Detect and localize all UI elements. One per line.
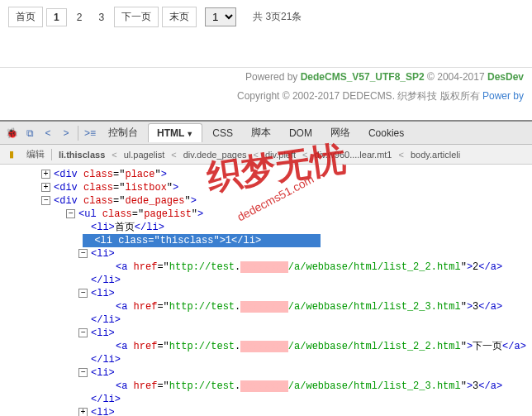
dom-node[interactable]: </li> [0, 353, 532, 366]
collapse-icon[interactable]: − [78, 289, 88, 298]
crumb-1[interactable]: ul.pagelist [121, 148, 169, 161]
dom-node-selected[interactable]: <li class="thisclass">1</li> [0, 234, 532, 247]
dom-node[interactable]: <a href="http://test.xxxxxxxx/a/webbase/… [0, 300, 532, 313]
dom-node[interactable]: −<li> [0, 366, 532, 380]
tab-css[interactable]: CSS [204, 124, 241, 142]
page-1[interactable]: 1 [46, 8, 67, 26]
dom-node[interactable]: −<li> [0, 247, 532, 261]
dom-node[interactable]: −<li> [0, 327, 532, 340]
expand-icon[interactable]: + [41, 183, 50, 192]
collapse-icon[interactable]: − [41, 196, 50, 205]
dom-node[interactable]: </li> [0, 274, 532, 287]
dedecms-link[interactable]: DedeCMS_V57_UTF8_SP2 [301, 71, 425, 83]
tab-console[interactable]: 控制台 [100, 122, 146, 143]
tab-script[interactable]: 脚本 [243, 122, 279, 143]
page-3[interactable]: 3 [92, 9, 111, 26]
dom-node[interactable]: </li> [0, 393, 532, 406]
last-page-button[interactable]: 末页 [162, 7, 197, 27]
tab-html[interactable]: HTML▼ [148, 123, 202, 142]
crumb-4[interactable]: div.w960....lear.mt1 [311, 148, 396, 161]
devtools-toolbar: ▮ 编辑 li.thisclass< ul.pagelist< div.dede… [0, 145, 532, 165]
dom-node[interactable]: −<ul class="pagelist"> [0, 208, 532, 221]
inspect-icon[interactable]: ⧉ [21, 125, 38, 141]
copyright-line: Copyright © 2002-2017 DEDECMS. 织梦科技 版权所有… [0, 86, 532, 107]
collapse-icon[interactable]: − [78, 249, 88, 258]
dom-tree[interactable]: +<div class="place"> +<div class="listbo… [0, 165, 532, 416]
firebug-icon[interactable]: 🐞 [3, 125, 20, 141]
dom-node[interactable]: <a href="http://test.xxxxxxxx/a/webbase/… [0, 261, 532, 274]
page-top: 首页 1 2 3 下一页 末页 1 共 3页21条 [0, 0, 532, 34]
console-toggle-icon[interactable]: >≡ [82, 125, 98, 141]
crumb-2[interactable]: div.dede_pages [180, 148, 250, 161]
next-page-button[interactable]: 下一页 [114, 7, 159, 27]
dom-node[interactable]: <a href="http://test.xxxxxxxx/a/webbase/… [0, 340, 532, 353]
dom-node[interactable]: +<div class="place"> [0, 168, 532, 181]
dom-node[interactable]: −<li> [0, 287, 532, 300]
pagination: 首页 1 2 3 下一页 末页 1 共 3页21条 [8, 7, 524, 27]
powered-by-line: Powered by DedeCMS_V57_UTF8_SP2 © 2004-2… [0, 68, 532, 86]
powerby-link[interactable]: Power by [482, 90, 524, 102]
page-2[interactable]: 2 [70, 9, 89, 26]
dom-node[interactable]: +<div class="listbox"> [0, 181, 532, 194]
tab-cookies[interactable]: Cookies [360, 124, 412, 142]
tab-net[interactable]: 网络 [322, 122, 359, 143]
expand-icon[interactable]: + [41, 170, 50, 179]
highlight-icon[interactable]: ▮ [3, 146, 20, 163]
desdev-link[interactable]: DesDev [487, 71, 524, 83]
crumb-3[interactable]: div.pleft [262, 148, 299, 161]
dom-node[interactable]: <a href="http://test.xxxxxxxx/a/webbase/… [0, 380, 532, 393]
tab-dom[interactable]: DOM [281, 124, 321, 142]
devtools-tabs: 🐞 ⧉ < > >≡ 控制台 HTML▼ CSS 脚本 DOM 网络 Cooki… [0, 122, 532, 145]
forward-icon[interactable]: > [58, 125, 74, 141]
collapse-icon[interactable]: − [66, 209, 75, 218]
expand-icon[interactable]: + [78, 408, 88, 416]
dropdown-icon: ▼ [186, 130, 193, 138]
page-info: 共 3页21条 [253, 10, 302, 24]
page-select[interactable]: 1 [205, 7, 236, 26]
dom-node[interactable]: <li>首页</li> [0, 221, 532, 234]
dom-node[interactable]: −<div class="dede_pages"> [0, 194, 532, 208]
crumb-5[interactable]: body.articleli [407, 148, 463, 161]
back-icon[interactable]: < [40, 125, 56, 141]
dom-node[interactable]: +<li> [0, 406, 532, 416]
collapse-icon[interactable]: − [78, 368, 88, 377]
edit-button[interactable]: 编辑 [23, 146, 48, 162]
first-page-button[interactable]: 首页 [8, 7, 43, 27]
dom-node[interactable]: </li> [0, 313, 532, 327]
crumb-0[interactable]: li.thisclass [55, 148, 108, 161]
devtools-panel: 🐞 ⧉ < > >≡ 控制台 HTML▼ CSS 脚本 DOM 网络 Cooki… [0, 120, 532, 416]
collapse-icon[interactable]: − [78, 328, 88, 337]
